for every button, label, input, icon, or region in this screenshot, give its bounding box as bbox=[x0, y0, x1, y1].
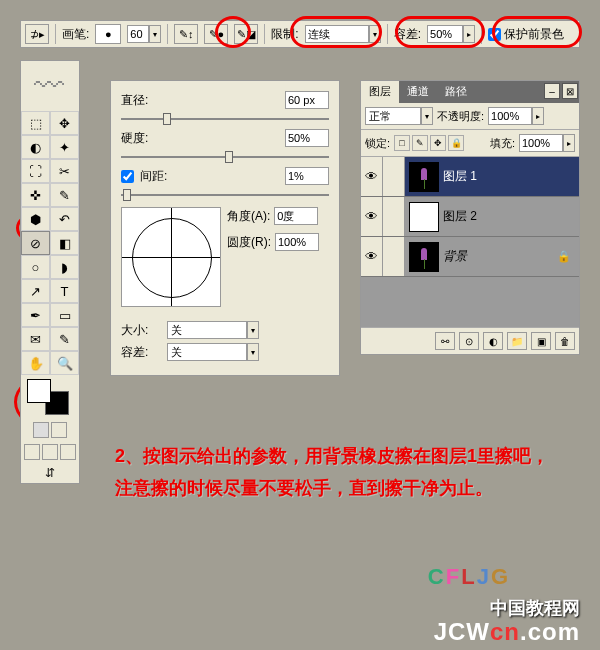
type-tool[interactable]: T bbox=[50, 279, 79, 303]
brush-angle-widget[interactable] bbox=[121, 207, 221, 307]
lock-transparent-icon[interactable]: □ bbox=[394, 135, 410, 151]
layer-link-toggle[interactable] bbox=[383, 197, 405, 236]
brush-settings-panel: 直径: 60 px 硬度: 50% 间距: 1% 角度(A):0度 圆度(R):… bbox=[110, 80, 340, 376]
zoom-tool[interactable]: 🔍 bbox=[50, 351, 79, 375]
lock-label: 锁定: bbox=[365, 136, 390, 151]
size-dynamics-select[interactable]: 关▾ bbox=[167, 321, 259, 339]
eyedropper-tool[interactable]: ✎ bbox=[50, 327, 79, 351]
layer-item[interactable]: 👁 背景 🔒 bbox=[361, 237, 579, 277]
layer-thumbnail[interactable] bbox=[409, 162, 439, 192]
tab-paths[interactable]: 路径 bbox=[437, 81, 475, 103]
opacity-label: 不透明度: bbox=[437, 109, 484, 124]
layer-thumbnail[interactable] bbox=[409, 242, 439, 272]
new-layer-button[interactable]: ▣ bbox=[531, 332, 551, 350]
path-tool[interactable]: ↗ bbox=[21, 279, 50, 303]
move-tool[interactable]: ✥ bbox=[50, 111, 79, 135]
brush-size-dropdown[interactable]: 60 ▾ bbox=[127, 25, 161, 43]
quickmask-row bbox=[21, 419, 79, 441]
dodge-tool[interactable]: ◗ bbox=[50, 255, 79, 279]
hardness-slider[interactable] bbox=[121, 151, 329, 163]
tolerance-input[interactable]: 50% ▸ bbox=[427, 25, 475, 43]
layer-list: 👁 图层 1 👁 图层 2 👁 背景 🔒 bbox=[361, 157, 579, 327]
blur-tool[interactable]: ○ bbox=[21, 255, 50, 279]
roundness-input[interactable]: 100% bbox=[275, 233, 319, 251]
bg-eraser-tool[interactable]: ⊘ bbox=[21, 231, 50, 255]
new-group-button[interactable]: 📁 bbox=[507, 332, 527, 350]
foreground-color[interactable] bbox=[27, 379, 51, 403]
jump-to-button[interactable]: ⇵ bbox=[21, 463, 79, 483]
screen-mode-3[interactable] bbox=[60, 444, 76, 460]
quickmask-mode-button[interactable] bbox=[51, 422, 67, 438]
link-layers-button[interactable]: ⚯ bbox=[435, 332, 455, 350]
chevron-down-icon[interactable]: ▾ bbox=[149, 25, 161, 43]
spacing-label: 间距: bbox=[140, 168, 174, 185]
screen-mode-1[interactable] bbox=[24, 444, 40, 460]
crop-tool[interactable]: ⛶ bbox=[21, 159, 50, 183]
layer-link-toggle[interactable] bbox=[383, 237, 405, 276]
visibility-eye-icon[interactable]: 👁 bbox=[361, 237, 383, 276]
layer-item[interactable]: 👁 图层 2 bbox=[361, 197, 579, 237]
brush-label: 画笔: bbox=[62, 26, 89, 43]
layer-mask-button[interactable]: ◐ bbox=[483, 332, 503, 350]
spacing-slider[interactable] bbox=[121, 189, 329, 201]
diameter-slider[interactable] bbox=[121, 113, 329, 125]
opacity-input[interactable]: 100%▸ bbox=[488, 107, 544, 125]
toolbox: 〰 ⬚✥ ◐✦ ⛶✂ ✜✎ ⬢↶ ⊘◧ ○◗ ↗T ✒▭ ✉✎ ✋🔍 ⇵ bbox=[20, 60, 80, 484]
screen-mode-2[interactable] bbox=[42, 444, 58, 460]
stamp-tool[interactable]: ⬢ bbox=[21, 207, 50, 231]
chevron-down-icon[interactable]: ▾ bbox=[369, 25, 381, 43]
delete-layer-button[interactable]: 🗑 bbox=[555, 332, 575, 350]
hardness-input[interactable]: 50% bbox=[285, 129, 329, 147]
tool-preset-button[interactable]: ⊅▸ bbox=[25, 24, 49, 44]
visibility-eye-icon[interactable]: 👁 bbox=[361, 197, 383, 236]
options-toolbar: ⊅▸ 画笔: ● 60 ▾ ✎↕ ✎● ✎◪ 限制: 连续 ▾ 容差: 50% … bbox=[20, 20, 580, 48]
spacing-input[interactable]: 1% bbox=[285, 167, 329, 185]
gradient-tool[interactable]: ◧ bbox=[50, 231, 79, 255]
lasso-tool[interactable]: ◐ bbox=[21, 135, 50, 159]
layer-style-button[interactable]: ⊙ bbox=[459, 332, 479, 350]
size-dynamics-label: 大小: bbox=[121, 322, 161, 339]
heal-tool[interactable]: ✜ bbox=[21, 183, 50, 207]
hand-tool[interactable]: ✋ bbox=[21, 351, 50, 375]
spacing-checkbox[interactable] bbox=[121, 170, 134, 183]
minimize-icon[interactable]: – bbox=[544, 83, 560, 99]
lock-all-icon[interactable]: 🔒 bbox=[448, 135, 464, 151]
stepper-icon[interactable]: ▸ bbox=[463, 25, 475, 43]
shape-tool[interactable]: ▭ bbox=[50, 303, 79, 327]
angle-input[interactable]: 0度 bbox=[274, 207, 318, 225]
visibility-eye-icon[interactable]: 👁 bbox=[361, 157, 383, 196]
brush-preview[interactable]: ● bbox=[95, 24, 121, 44]
tolerance-dynamics-label: 容差: bbox=[121, 344, 161, 361]
layer-name: 图层 2 bbox=[443, 208, 477, 225]
layer-thumbnail[interactable] bbox=[409, 202, 439, 232]
wand-tool[interactable]: ✦ bbox=[50, 135, 79, 159]
sampling-continuous-button[interactable]: ✎↕ bbox=[174, 24, 198, 44]
blend-mode-select[interactable]: 正常▾ bbox=[365, 107, 433, 125]
tab-channels[interactable]: 通道 bbox=[399, 81, 437, 103]
notes-tool[interactable]: ✉ bbox=[21, 327, 50, 351]
panel-tabs: 图层 通道 路径 – ⊠ bbox=[361, 81, 579, 103]
layer-link-toggle[interactable] bbox=[383, 157, 405, 196]
limit-dropdown[interactable]: 连续 ▾ bbox=[305, 25, 381, 43]
lock-pixels-icon[interactable]: ✎ bbox=[412, 135, 428, 151]
instruction-text: 2、按图示给出的参数，用背景橡皮擦在图层1里擦吧，注意擦的时候尽量不要松手，直到… bbox=[115, 440, 560, 505]
history-brush-tool[interactable]: ↶ bbox=[50, 207, 79, 231]
marquee-tool[interactable]: ⬚ bbox=[21, 111, 50, 135]
sampling-once-button[interactable]: ✎● bbox=[204, 24, 228, 44]
watermark-logo: CFLJG bbox=[428, 564, 510, 590]
close-icon[interactable]: ⊠ bbox=[562, 83, 578, 99]
tab-layers[interactable]: 图层 bbox=[361, 81, 399, 103]
sampling-swatch-button[interactable]: ✎◪ bbox=[234, 24, 258, 44]
pen-tool[interactable]: ✒ bbox=[21, 303, 50, 327]
fill-input[interactable]: 100%▸ bbox=[519, 134, 575, 152]
slice-tool[interactable]: ✂ bbox=[50, 159, 79, 183]
protect-foreground-checkbox[interactable]: 保护前景色 bbox=[488, 26, 564, 43]
lock-position-icon[interactable]: ✥ bbox=[430, 135, 446, 151]
color-swatches[interactable] bbox=[23, 377, 79, 417]
brush-tool[interactable]: ✎ bbox=[50, 183, 79, 207]
diameter-label: 直径: bbox=[121, 92, 161, 109]
layer-item[interactable]: 👁 图层 1 bbox=[361, 157, 579, 197]
standard-mode-button[interactable] bbox=[33, 422, 49, 438]
tolerance-dynamics-select[interactable]: 关▾ bbox=[167, 343, 259, 361]
diameter-input[interactable]: 60 px bbox=[285, 91, 329, 109]
